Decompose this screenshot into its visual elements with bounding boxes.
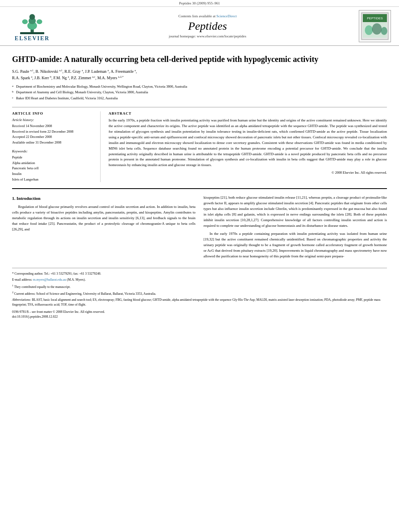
svg-point-4 — [22, 19, 28, 24]
footnote-2: 2 Current address: School of Science and… — [12, 290, 387, 296]
keyword-insulin: Insulin — [12, 171, 96, 177]
article-info-heading: ARTICLE INFO — [12, 111, 96, 115]
elsevier-tree-icon — [16, 10, 48, 35]
intro-para-3: In the early 1970s a peptide containing … — [204, 231, 387, 259]
peptides-journal-logo: PEPTIDES — [359, 10, 391, 42]
article-info-panel: ARTICLE INFO Article history: Received 1… — [12, 111, 101, 182]
svg-point-5 — [37, 19, 42, 24]
footnote-abbreviations: Abbreviations: BLAST, basic local alignm… — [12, 298, 387, 307]
affiliation-b: b Department of Anatomy and Cell Biology… — [12, 90, 387, 95]
page-container: Peptides 30 (2009) 955–961 ELSEVIER — [0, 0, 399, 532]
history-revised: Received in revised form 22 December 200… — [12, 129, 96, 135]
peptides-logo-icon: PEPTIDES — [361, 12, 389, 40]
svg-rect-6 — [20, 32, 44, 34]
body-col-left: 1. Introduction Regulation of blood gluc… — [12, 195, 195, 261]
svg-point-12 — [365, 25, 373, 35]
intro-heading: 1. Introduction — [12, 195, 195, 202]
elsevier-logo: ELSEVIER — [8, 10, 56, 42]
abstract-heading: ABSTRACT — [109, 111, 387, 115]
article-info-abstract-section: ARTICLE INFO Article history: Received 1… — [12, 107, 387, 182]
keyword-peptide: Peptide — [12, 155, 96, 160]
article-history-label: Article history: — [12, 118, 96, 122]
keywords-label: Keywords: — [12, 149, 96, 153]
article-title: GHTD-amide: A naturally occurring beta c… — [12, 54, 387, 64]
journal-header: ELSEVIER Contents lists available at Sci… — [0, 7, 399, 46]
article-body: GHTD-amide: A naturally occurring beta c… — [0, 46, 399, 327]
intro-para-2: kisspeptins [21], both reduce glucose st… — [204, 195, 387, 229]
history-accepted: Accepted 22 December 2008 — [12, 134, 96, 140]
footnote-section: * Corresponding author. Tel.: +61 3 5327… — [12, 268, 387, 319]
svg-text:PEPTIDES: PEPTIDES — [367, 16, 383, 20]
doi-text: doi:10.1016/j.peptides.2008.12.022 — [12, 314, 387, 319]
affiliations: a Department of Biochemistry and Molecul… — [12, 84, 387, 101]
section-heading-text: Introduction — [16, 196, 41, 201]
sciencedirect-link[interactable]: ScienceDirect — [216, 14, 237, 18]
history-online: Available online 31 December 2008 — [12, 140, 96, 146]
body-two-col: 1. Introduction Regulation of blood gluc… — [12, 195, 387, 261]
intro-para-1: Regulation of blood glucose primarily re… — [12, 204, 195, 232]
keywords-section: Keywords: Peptide Alpha amidation Pancre… — [12, 149, 96, 182]
keyword-islets: Islets of Langerhan — [12, 177, 96, 183]
journal-title-block: Contents lists available at ScienceDirec… — [56, 14, 359, 38]
contents-label: Contents lists available at — [179, 14, 216, 18]
section-number: 1. — [12, 196, 15, 201]
affiliation-a: a Department of Biochemistry and Molecul… — [12, 84, 387, 89]
sciencedirect-line: Contents lists available at ScienceDirec… — [56, 14, 359, 18]
abstract-panel: ABSTRACT In the early 1970s, a peptide f… — [109, 111, 387, 182]
journal-homepage: journal homepage: www.elsevier.com/locat… — [56, 34, 359, 38]
footnote-email: E-mail address: m.myers@ballarat.edu.au … — [12, 277, 387, 282]
authors-line: S.G. Paule a,1, B. Nikolovski a,1, R.E. … — [12, 68, 387, 82]
affiliation-c: c Baker IDI Heart and Diabetes Institute… — [12, 96, 387, 101]
keyword-pancreatic-beta-cell: Pancreatic beta cell — [12, 166, 96, 171]
journal-citation: Peptides 30 (2009) 955–961 — [0, 0, 399, 7]
email-link[interactable]: m.myers@ballarat.edu.au — [33, 278, 66, 281]
journal-ref-text: Peptides 30 (2009) 955–961 — [179, 1, 220, 5]
journal-name: Peptides — [56, 20, 359, 33]
footnote-corresponding: * Corresponding author. Tel.: +61 3 5327… — [12, 271, 387, 276]
keyword-alpha-amidation: Alpha amidation — [12, 160, 96, 166]
footnote-1: 1 They contributed equally to the manusc… — [12, 283, 387, 290]
svg-point-3 — [29, 14, 35, 20]
svg-point-14 — [381, 27, 387, 35]
copyright-notice: © 2008 Elsevier Inc. All rights reserved… — [109, 170, 387, 175]
main-text-area: 1. Introduction Regulation of blood gluc… — [12, 188, 387, 261]
body-col-right: kisspeptins [21], both reduce glucose st… — [204, 195, 387, 261]
history-received: Received 14 November 2008 — [12, 123, 96, 129]
doi-line: 0196-9781/$ – see front matter © 2008 El… — [12, 310, 387, 319]
elsevier-wordmark: ELSEVIER — [15, 35, 50, 42]
issn-text: 0196-9781/$ – see front matter © 2008 El… — [12, 310, 387, 314]
svg-point-13 — [372, 23, 382, 35]
abstract-text: In the early 1970s, a peptide fraction w… — [109, 118, 387, 168]
